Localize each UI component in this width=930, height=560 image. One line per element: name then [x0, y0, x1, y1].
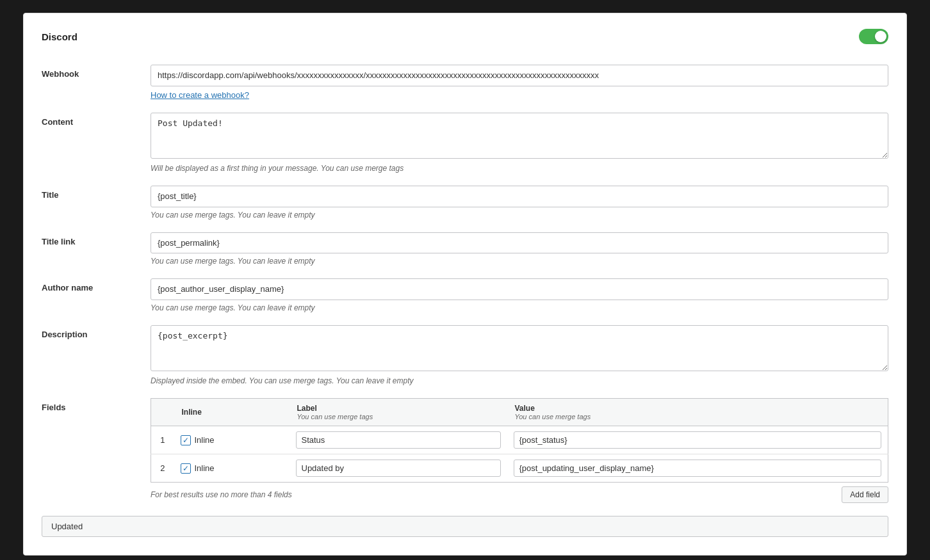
- title-row: Title You can use merge tags. You can le…: [42, 186, 888, 220]
- inline-checkbox[interactable]: ✓: [181, 463, 191, 474]
- content-hint: Will be displayed as a first thing in yo…: [151, 164, 888, 173]
- field-label-input[interactable]: [296, 431, 501, 449]
- row-inline-cell: ✓ Inline: [174, 426, 290, 454]
- settings-card: Discord Webhook How to create a webhook?…: [23, 13, 907, 556]
- title-link-row: Title link You can use merge tags. You c…: [42, 232, 888, 266]
- description-hint: Displayed inside the embed. You can use …: [151, 376, 888, 385]
- webhook-row: Webhook How to create a webhook?: [42, 65, 888, 100]
- inline-checkbox[interactable]: ✓: [181, 435, 191, 445]
- webhook-input[interactable]: [151, 65, 888, 86]
- row-inline-cell: ✓ Inline: [174, 454, 290, 483]
- fields-footer-hint: For best results use no more than 4 fiel…: [151, 490, 292, 499]
- title-link-label: Title link: [42, 232, 151, 246]
- discord-toggle[interactable]: [859, 29, 888, 44]
- description-textarea[interactable]: [151, 325, 888, 372]
- fields-label: Fields: [42, 398, 151, 412]
- status-text: Updated: [51, 522, 83, 531]
- content-textarea[interactable]: [151, 113, 888, 159]
- fields-table: Inline Label You can use merge tags Valu…: [151, 398, 888, 483]
- toggle-track: [859, 29, 888, 44]
- toggle-thumb: [875, 31, 886, 42]
- content-label: Content: [42, 113, 151, 127]
- content-field: Will be displayed as a first thing in yo…: [151, 113, 888, 173]
- fields-footer: For best results use no more than 4 fiel…: [151, 486, 888, 503]
- inline-label: Inline: [195, 463, 215, 473]
- th-label: Label You can use merge tags: [290, 399, 507, 426]
- title-input[interactable]: [151, 186, 888, 207]
- author-name-field: You can use merge tags. You can leave it…: [151, 278, 888, 312]
- webhook-help-link[interactable]: How to create a webhook?: [151, 90, 249, 100]
- title-link-hint: You can use merge tags. You can leave it…: [151, 257, 888, 266]
- status-bar: Updated: [42, 516, 888, 537]
- webhook-field: How to create a webhook?: [151, 65, 888, 100]
- author-name-row: Author name You can use merge tags. You …: [42, 278, 888, 312]
- row-num: 1: [151, 426, 174, 454]
- check-icon: ✓: [183, 436, 189, 444]
- fields-row: Fields Inline Label You can use merge ta…: [42, 398, 888, 503]
- row-label-cell: [290, 426, 507, 454]
- row-label-cell: [290, 454, 507, 483]
- title-link-input[interactable]: [151, 232, 888, 254]
- field-value-input[interactable]: [514, 460, 882, 477]
- card-header: Discord: [42, 29, 888, 49]
- row-num: 2: [151, 454, 174, 483]
- table-row: 1 ✓ Inline: [151, 426, 888, 454]
- title-link-field: You can use merge tags. You can leave it…: [151, 232, 888, 266]
- description-label: Description: [42, 325, 151, 339]
- row-value-cell: [507, 454, 888, 483]
- th-inline: Inline: [174, 399, 290, 426]
- content-row: Content Will be displayed as a first thi…: [42, 113, 888, 173]
- title-label: Title: [42, 186, 151, 200]
- author-name-label: Author name: [42, 278, 151, 292]
- description-row: Description Displayed inside the embed. …: [42, 325, 888, 386]
- th-num: [151, 399, 174, 426]
- description-field: Displayed inside the embed. You can use …: [151, 325, 888, 386]
- title-hint: You can use merge tags. You can leave it…: [151, 211, 888, 220]
- title-field: You can use merge tags. You can leave it…: [151, 186, 888, 220]
- author-name-hint: You can use merge tags. You can leave it…: [151, 303, 888, 312]
- table-row: 2 ✓ Inline: [151, 454, 888, 483]
- check-icon: ✓: [183, 465, 189, 472]
- inline-label: Inline: [195, 435, 215, 445]
- field-value-input[interactable]: [514, 431, 882, 449]
- webhook-label: Webhook: [42, 65, 151, 79]
- author-name-input[interactable]: [151, 278, 888, 300]
- card-title: Discord: [42, 31, 78, 42]
- row-value-cell: [507, 426, 888, 454]
- fields-field: Inline Label You can use merge tags Valu…: [151, 398, 888, 503]
- field-label-input[interactable]: [296, 460, 501, 477]
- add-field-button[interactable]: Add field: [842, 486, 888, 503]
- th-value: Value You can use merge tags: [507, 399, 888, 426]
